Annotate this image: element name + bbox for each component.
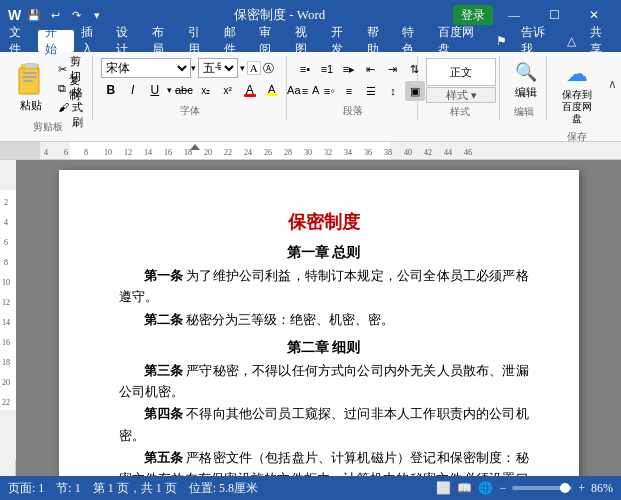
quick-access-toolbar: 💾 ↩ ↷ ▾ [25,6,106,24]
menu-file[interactable]: 文件 [2,30,38,52]
align-center-button[interactable]: ≡ [317,81,337,101]
menu-layout[interactable]: 布局 [145,30,181,52]
login-button[interactable]: 登录 [453,5,493,25]
zoom-in-button[interactable]: + [578,481,585,496]
menu-review[interactable]: 审阅 [252,30,288,52]
ribbon-collapse-button[interactable]: ∧ [606,56,617,116]
clipboard-label: 剪贴板 [10,120,86,134]
zoom-slider[interactable] [512,486,572,490]
menu-help[interactable]: 帮助 [360,30,396,52]
svg-text:12: 12 [2,298,10,307]
bold-button[interactable]: B [101,80,121,100]
menu-references[interactable]: 引用 [181,30,217,52]
svg-text:4: 4 [44,148,48,157]
save-qat-btn[interactable]: 💾 [25,6,43,24]
font-family-select[interactable]: 宋体 楷体 黑体 [101,58,191,78]
svg-text:16: 16 [2,338,10,347]
underline-dropdown-icon[interactable]: ▾ [167,85,172,95]
zoom-level[interactable]: 86% [591,481,613,496]
styles-group: 正文 样式 ▾ 样式 [420,56,500,120]
zoom-out-button[interactable]: − [499,481,506,496]
styles-more-btn[interactable]: 样式 ▾ [426,87,496,103]
numbered-list-button[interactable]: ≡1 [317,59,337,79]
menu-insert[interactable]: 插入 [74,30,110,52]
align-right-button[interactable]: ≡ [339,81,359,101]
menu-dev[interactable]: 开发 [324,30,360,52]
read-mode-icon[interactable]: 📖 [457,481,472,496]
print-layout-icon[interactable]: ⬜ [436,481,451,496]
word-logo-icon: W [8,7,21,23]
font-size-select[interactable]: 五号 四号 三号 [198,58,238,78]
font-size-label: A [247,61,261,75]
clipboard-content: 粘贴 ✂ 剪切 ⧉ 复制 🖌 格式刷 [10,58,87,118]
svg-text:26: 26 [264,148,272,157]
svg-text:34: 34 [344,148,352,157]
subscript-button[interactable]: x₂ [196,80,216,100]
title-bar-left: W 💾 ↩ ↷ ▾ [8,6,106,24]
svg-text:20: 20 [204,148,212,157]
format-painter-icon: 🖌 [58,101,69,113]
title-bar-title: 保密制度 - Word [106,6,453,24]
align-left-button[interactable]: ≡ [295,81,315,101]
save-baidu-button[interactable]: ☁ 保存到百度网盘 [555,58,598,128]
underline-button[interactable]: U [145,80,165,100]
paste-button[interactable]: 粘贴 [10,58,52,118]
more-qat-btn[interactable]: ▾ [88,6,106,24]
document-scroll[interactable]: 保密制度 第一章 总则 第一条 为了维护公司利益，特制订本规定，公司全体员工必须… [16,160,621,476]
menu-tellme[interactable]: 告诉我 [514,30,561,52]
find-button[interactable]: 🔍 编辑 [508,58,543,103]
edit-label: 编辑 [508,105,540,119]
menu-baidu[interactable]: 百度网盘 [431,30,489,52]
save-baidu-group: ☁ 保存到百度网盘 保存 [549,56,604,120]
svg-text:20: 20 [2,378,10,387]
menu-share[interactable]: 共享 [583,30,619,52]
bullet-list-button[interactable]: ≡• [295,59,315,79]
line-spacing-button[interactable]: ↕ [383,81,403,101]
svg-text:40: 40 [404,148,412,157]
document-page: 保密制度 第一章 总则 第一条 为了维护公司利益，特制订本规定，公司全体员工必须… [59,170,579,476]
styles-gallery[interactable]: 正文 [426,58,496,86]
menu-special[interactable]: 特色 [395,30,431,52]
undo-qat-btn[interactable]: ↩ [46,6,64,24]
decrease-indent-button[interactable]: ⇤ [361,59,381,79]
redo-qat-btn[interactable]: ↷ [67,6,85,24]
highlight-button[interactable]: A [262,80,282,100]
align-justify-button[interactable]: ☰ [361,81,381,101]
svg-rect-3 [23,72,37,74]
menu-delta[interactable]: △ [560,30,583,52]
para-label-5: 第五条 [144,451,184,465]
section-indicator: 节: 1 [56,480,80,497]
superscript-button[interactable]: x² [218,80,238,100]
strikethrough-button[interactable]: abc [174,80,194,100]
web-layout-icon[interactable]: 🌐 [478,481,493,496]
menu-bar: 文件 开始 插入 设计 布局 引用 邮件 审阅 视图 开发 帮助 特色 百度网盘… [0,30,621,52]
paragraph-1: 第一条 为了维护公司利益，特制订本规定，公司全体员工必须严格遵守。 [119,266,529,309]
menu-design[interactable]: 设计 [109,30,145,52]
font-family-dropdown-icon: ▾ [191,63,196,73]
menu-view[interactable]: 视图 [288,30,324,52]
svg-text:6: 6 [64,148,68,157]
svg-text:32: 32 [324,148,332,157]
italic-button[interactable]: I [123,80,143,100]
menu-home[interactable]: 开始 [38,30,74,52]
find-icon: 🔍 [515,61,537,83]
font-clear-icon[interactable]: Ⓐ [263,61,274,76]
ribbon-content: 粘贴 ✂ 剪切 ⧉ 复制 🖌 格式刷 [0,54,621,122]
menu-mailings[interactable]: 邮件 [217,30,253,52]
multilevel-list-button[interactable]: ≡▸ [339,59,359,79]
ruler: // Drawn inline via template marks below… [0,142,621,160]
document-area: 2 4 6 8 10 12 14 16 18 20 22 保密制度 第一章 总则… [0,160,621,476]
copy-icon: ⧉ [58,82,66,95]
document-title: 保密制度 [119,210,529,234]
paste-label: 粘贴 [20,98,42,113]
menu-flag[interactable]: ⚑ [489,30,514,52]
svg-rect-4 [23,76,37,78]
svg-text:8: 8 [4,258,8,267]
zoom-thumb[interactable] [560,483,570,493]
format-painter-button[interactable]: 🖌 格式刷 [54,98,87,116]
svg-text:10: 10 [2,278,10,287]
svg-text:18: 18 [2,358,10,367]
increase-indent-button[interactable]: ⇥ [383,59,403,79]
svg-text:16: 16 [164,148,172,157]
font-color-button[interactable]: A [240,80,260,100]
